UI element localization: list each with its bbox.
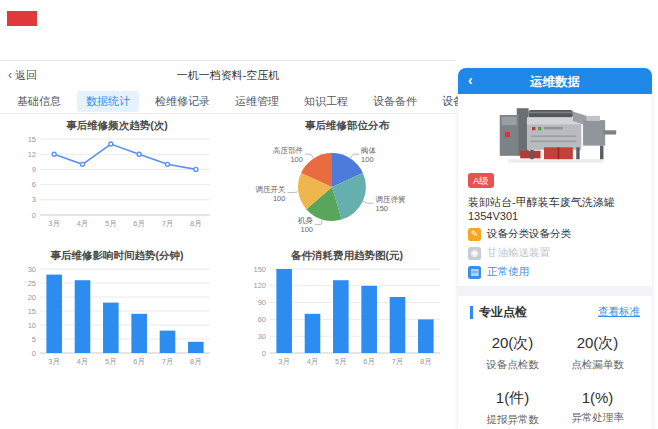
chart-title: 事后维修影响时间趋势(分钟) — [14, 247, 220, 263]
svg-text:25: 25 — [28, 279, 36, 288]
svg-text:12: 12 — [28, 150, 36, 159]
svg-text:调压开关100: 调压开关100 — [255, 185, 286, 203]
stat-2: 1(件)提报异常数 — [470, 389, 555, 427]
svg-text:7月: 7月 — [162, 219, 174, 228]
svg-text:6月: 6月 — [133, 219, 145, 228]
stat-label: 异常处理率 — [555, 411, 640, 425]
svg-text:6月: 6月 — [363, 357, 375, 366]
equipment-photo — [458, 94, 652, 170]
device-title: 装卸站台-甲醇装车废气洗涤罐1354V301 — [468, 195, 642, 222]
svg-text:调压弹簧150: 调压弹簧150 — [375, 195, 406, 213]
svg-text:15: 15 — [28, 135, 36, 144]
tab-5[interactable]: 设备备件 — [364, 91, 426, 112]
maintenance-data-panel: ‹ 运维数据 — [458, 68, 652, 429]
grade-badge: A级 — [468, 173, 494, 188]
svg-text:8月: 8月 — [190, 219, 202, 228]
main-content: ‹返回 一机一档资料-空压机 基础信息数据统计检维修记录运维管理知识工程设备备件… — [0, 60, 456, 429]
svg-text:5月: 5月 — [105, 357, 117, 366]
section-divider — [458, 286, 652, 296]
view-standard-link[interactable]: 查看标准 — [598, 305, 640, 319]
svg-text:0: 0 — [262, 349, 266, 358]
tab-1[interactable]: 数据统计 — [77, 91, 139, 112]
info-row-label: 甘油输送装置 — [487, 246, 550, 260]
red-annotation-marker — [7, 11, 37, 26]
chart-repair-parts-distribution: 事后维修部位分布 阀体100调压弹簧150机身100调压开关100高压部件100 — [244, 117, 450, 235]
svg-text:6: 6 — [32, 180, 36, 189]
info-row-2: ▤正常使用 — [468, 265, 642, 279]
svg-text:机身100: 机身100 — [298, 216, 314, 234]
section-title: 专业点检 — [470, 306, 527, 319]
svg-text:150: 150 — [253, 265, 266, 274]
svg-text:0: 0 — [32, 211, 36, 220]
tab-3[interactable]: 运维管理 — [226, 91, 288, 112]
svg-text:3月: 3月 — [278, 357, 290, 366]
page-title: 一机一档资料-空压机 — [0, 68, 456, 83]
svg-text:120: 120 — [253, 281, 266, 290]
stat-value: 20(次) — [555, 334, 640, 353]
svg-text:60: 60 — [258, 315, 266, 324]
info-row-label: 正常使用 — [487, 265, 529, 279]
page-nav: ‹返回 一机一档资料-空压机 — [0, 61, 456, 89]
tab-bar: 基础信息数据统计检维修记录运维管理知识工程设备备件设备履历 — [0, 89, 456, 114]
svg-text:高压部件100: 高压部件100 — [273, 146, 304, 164]
pencil-icon: ✎ — [468, 228, 481, 241]
panel-title: 运维数据 — [458, 74, 652, 91]
svg-text:4月: 4月 — [77, 219, 89, 228]
stat-3: 1(%)异常处理率 — [555, 389, 640, 427]
svg-text:7月: 7月 — [392, 357, 404, 366]
stat-0: 20(次)设备点检数 — [470, 334, 555, 372]
svg-text:3月: 3月 — [48, 357, 60, 366]
chart-spare-parts-cost: 备件消耗费用趋势图(元) 03060901201503月4月5月6月7月8月 — [244, 247, 450, 367]
stat-label: 设备点检数 — [470, 358, 555, 372]
stat-label: 提报异常数 — [470, 413, 555, 427]
chart-title: 备件消耗费用趋势图(元) — [244, 247, 450, 263]
tab-4[interactable]: 知识工程 — [295, 91, 357, 112]
chart-title: 事后维修频次趋势(次) — [14, 117, 220, 133]
stat-value: 1(%) — [555, 389, 640, 406]
document-icon: ▤ — [468, 266, 481, 279]
svg-text:5月: 5月 — [335, 357, 347, 366]
svg-text:20: 20 — [28, 293, 36, 302]
chart-title: 事后维修部位分布 — [244, 117, 450, 133]
info-row-1: ◉甘油输送装置 — [468, 246, 642, 260]
device-info-list: ✎设备分类设备分类◉甘油输送装置▤正常使用 — [458, 227, 652, 279]
svg-text:90: 90 — [258, 298, 266, 307]
svg-text:30: 30 — [28, 265, 36, 274]
svg-text:9: 9 — [32, 165, 36, 174]
panel-header: ‹ 运维数据 — [458, 68, 652, 94]
svg-text:8月: 8月 — [190, 357, 202, 366]
svg-text:5: 5 — [32, 335, 36, 344]
equipment-photo-drawing — [480, 98, 630, 166]
camera-icon: ◉ — [468, 247, 481, 260]
svg-text:4月: 4月 — [307, 357, 319, 366]
stat-value: 1(件) — [470, 389, 555, 408]
chart-after-repair-frequency: 事后维修频次趋势(次) 036912153月4月5月6月7月8月 — [14, 117, 220, 229]
svg-text:4月: 4月 — [77, 357, 89, 366]
svg-text:8月: 8月 — [420, 357, 432, 366]
svg-text:阀体100: 阀体100 — [361, 146, 377, 164]
stat-label: 点检漏单数 — [555, 358, 640, 372]
svg-text:0: 0 — [32, 349, 36, 358]
svg-text:10: 10 — [28, 321, 36, 330]
inspection-section: 专业点检 查看标准 20(次)设备点检数20(次)点检漏单数1(件)提报异常数1… — [458, 296, 652, 427]
svg-text:3: 3 — [32, 195, 36, 204]
stat-value: 20(次) — [470, 334, 555, 353]
tab-2[interactable]: 检维修记录 — [146, 91, 219, 112]
stat-1: 20(次)点检漏单数 — [555, 334, 640, 372]
svg-text:7月: 7月 — [162, 357, 174, 366]
svg-text:5月: 5月 — [105, 219, 117, 228]
svg-text:15: 15 — [28, 307, 36, 316]
chart-repair-impact-time: 事后维修影响时间趋势(分钟) 0510152025303月4月5月6月7月8月 — [14, 247, 220, 367]
tab-0[interactable]: 基础信息 — [8, 91, 70, 112]
inspection-stats: 20(次)设备点检数20(次)点检漏单数1(件)提报异常数1(%)异常处理率 — [470, 334, 640, 427]
svg-text:3月: 3月 — [48, 219, 60, 228]
svg-text:6月: 6月 — [133, 357, 145, 366]
info-row-label: 设备分类设备分类 — [487, 227, 571, 241]
svg-text:30: 30 — [258, 332, 266, 341]
info-row-0: ✎设备分类设备分类 — [468, 227, 642, 241]
